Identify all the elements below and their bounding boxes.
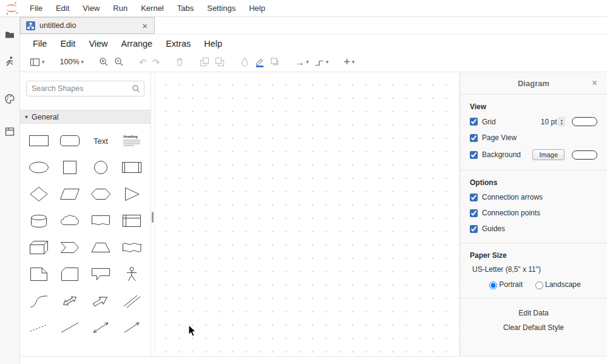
shape-actor[interactable] <box>116 262 147 286</box>
shape-note[interactable] <box>24 262 55 286</box>
shape-link[interactable] <box>116 289 147 313</box>
background-image-button[interactable]: Image <box>532 149 565 160</box>
drawio-menu-arrange[interactable]: Arrange <box>115 39 160 49</box>
shape-bidirectional-connector[interactable] <box>86 315 117 340</box>
shape-diamond[interactable] <box>24 182 55 206</box>
file-browser-button[interactable] <box>2 27 18 42</box>
grid-color-swatch[interactable] <box>572 117 597 126</box>
line-color-button[interactable] <box>255 57 265 67</box>
shape-cube[interactable] <box>24 235 55 260</box>
shadow-button[interactable] <box>270 57 280 67</box>
zoom-out-button[interactable] <box>114 57 124 67</box>
line-color-icon <box>255 57 265 67</box>
insert-button[interactable]: + ▾ <box>344 56 354 67</box>
shape-square[interactable] <box>55 155 86 180</box>
zoom-in-button[interactable] <box>99 57 109 67</box>
format-panel-close-icon[interactable]: × <box>592 78 597 88</box>
shape-rounded-rectangle[interactable] <box>55 129 86 153</box>
shape-bidirectional-arrow[interactable] <box>55 289 86 313</box>
shape-circle[interactable] <box>86 155 117 180</box>
grid-size-stepper[interactable]: ▴ ▾ <box>558 117 565 126</box>
view-panels-button[interactable]: ▾ <box>30 58 45 67</box>
section-general[interactable]: ▾ General <box>20 110 151 124</box>
undo-button[interactable]: ↶ <box>139 58 147 67</box>
fill-color-button[interactable] <box>240 57 249 67</box>
shape-text[interactable]: Text <box>86 129 117 153</box>
page-view-checkbox[interactable] <box>470 134 478 142</box>
shape-document[interactable] <box>86 209 117 233</box>
shape-tape[interactable] <box>116 235 147 260</box>
shape-ellipse[interactable] <box>24 155 55 180</box>
portrait-option[interactable]: Portrait <box>486 280 523 289</box>
shape-step[interactable] <box>55 235 86 260</box>
shape-callout[interactable] <box>86 262 117 286</box>
shape-triangle[interactable] <box>116 182 147 206</box>
tab-close-icon[interactable]: × <box>141 21 149 30</box>
jupyter-menu-view[interactable]: View <box>76 4 106 13</box>
waypoint-icon <box>314 58 324 67</box>
shape-curve[interactable] <box>24 289 55 313</box>
redo-button[interactable]: ↷ <box>152 58 160 67</box>
shape-internal-storage[interactable] <box>116 209 147 233</box>
shape-rectangle[interactable] <box>24 129 55 153</box>
drawio-canvas[interactable] <box>155 72 459 356</box>
connection-arrows-checkbox[interactable] <box>470 194 478 201</box>
chevron-down-icon: ▾ <box>326 59 329 65</box>
shape-line[interactable] <box>55 315 86 340</box>
jupyter-menu-help[interactable]: Help <box>242 4 272 13</box>
delete-button[interactable] <box>175 57 185 67</box>
shape-card[interactable] <box>55 262 86 286</box>
search-icon[interactable] <box>132 84 140 93</box>
waypoint-style-button[interactable]: ▾ <box>314 58 329 67</box>
shape-hexagon[interactable] <box>86 182 117 206</box>
landscape-radio[interactable] <box>535 281 543 289</box>
drawio-menu-extras[interactable]: Extras <box>159 39 197 49</box>
drawio-menu-help[interactable]: Help <box>197 39 229 49</box>
command-palette-button[interactable] <box>2 91 18 107</box>
tab-untitled-dio[interactable]: untitled.dio × <box>20 17 155 34</box>
guides-checkbox[interactable] <box>470 225 478 233</box>
shape-dashed-line[interactable] <box>24 315 55 340</box>
connection-points-label: Connection points <box>482 209 540 217</box>
background-checkbox[interactable] <box>470 151 478 159</box>
edit-data-button[interactable]: Edit Data <box>460 306 607 320</box>
drawio-menu-file[interactable]: File <box>26 39 53 49</box>
jupyter-menu-edit[interactable]: Edit <box>49 4 76 13</box>
jupyter-menu-tabs[interactable]: Tabs <box>171 4 200 13</box>
stepper-down-icon[interactable]: ▾ <box>560 122 563 126</box>
connection-points-checkbox[interactable] <box>470 209 478 217</box>
drawio-menu-view[interactable]: View <box>82 39 114 49</box>
shape-cylinder[interactable] <box>24 209 55 233</box>
zoom-level-value: 100% <box>60 58 80 66</box>
zoom-select[interactable]: 100% ▾ <box>60 58 84 66</box>
grid-checkbox[interactable] <box>470 118 478 126</box>
background-color-swatch[interactable] <box>572 150 597 160</box>
landscape-option[interactable]: Landscape <box>532 280 581 289</box>
connection-style-button[interactable]: → ▾ <box>295 58 309 67</box>
shape-process[interactable] <box>116 155 147 180</box>
jupyter-menu-run[interactable]: Run <box>106 4 134 13</box>
jupyter-menu-settings[interactable]: Settings <box>200 4 242 13</box>
drawio-footer <box>20 356 607 364</box>
paper-size-select[interactable]: US-Letter (8,5" x 11") <box>460 262 607 275</box>
arrow-right-icon: → <box>295 58 304 67</box>
grid-size-value[interactable]: 10 pt <box>541 118 557 126</box>
to-back-button[interactable] <box>215 57 225 67</box>
open-tabs-button[interactable] <box>2 124 18 140</box>
folder-icon <box>4 29 15 40</box>
to-front-button[interactable] <box>200 57 209 67</box>
shape-trapezoid[interactable] <box>86 235 117 260</box>
shape-parallelogram[interactable] <box>55 182 86 206</box>
clear-default-style-button[interactable]: Clear Default Style <box>460 320 607 335</box>
jupyter-menu-file[interactable]: File <box>23 4 49 13</box>
shape-cloud[interactable] <box>55 209 86 233</box>
shape-textbox[interactable]: Heading <box>116 129 147 153</box>
drawio-menu-edit[interactable]: Edit <box>53 39 82 49</box>
running-sessions-button[interactable] <box>2 53 18 69</box>
shape-arrow[interactable] <box>86 289 117 313</box>
search-shapes-input[interactable] <box>26 81 144 96</box>
shape-directional-connector[interactable] <box>116 315 147 340</box>
jupyter-menu-kernel[interactable]: Kernel <box>134 4 171 13</box>
portrait-radio[interactable] <box>489 281 497 289</box>
background-row: Background Image <box>460 146 607 164</box>
